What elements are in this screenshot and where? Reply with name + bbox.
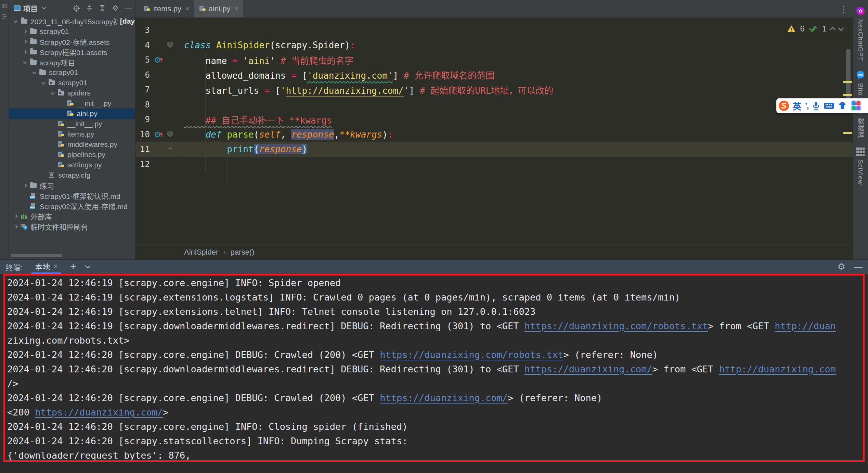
tree-item-item[interactable]: 临时文件和控制台: [9, 221, 135, 232]
chevron-expanded-icon[interactable]: [12, 21, 20, 22]
tool-stripe-item-nexchatgpt[interactable]: ✿NexChatGPT: [856, 6, 865, 61]
code-line-2[interactable]: 2: [135, 18, 853, 23]
line-number[interactable]: 6: [135, 70, 150, 80]
structure-stripe-icon[interactable]: [2, 14, 7, 19]
tree-item-scrapy02-assets[interactable]: Scrapy02-存储.assets: [9, 37, 135, 47]
chevron-collapsed-icon[interactable]: [21, 51, 29, 53]
line-number[interactable]: 11: [135, 144, 150, 154]
line-number[interactable]: 4: [135, 40, 150, 50]
tree-item-2023-11-08-day15scrapy[interactable]: 2023_11_08-day15scrapy初认识 [day: [9, 16, 135, 26]
breadcrumb-class[interactable]: AiniSpider: [184, 248, 218, 257]
tree-item-middlewares-py[interactable]: middlewares.py: [9, 139, 135, 150]
chevron-expanded-icon[interactable]: [21, 62, 29, 63]
fold-region-icon[interactable]: −: [166, 42, 174, 48]
override-method-icon[interactable]: [152, 56, 166, 64]
project-view-selector[interactable]: 项目: [14, 3, 45, 13]
inspection-widget[interactable]: 6 1: [787, 23, 843, 35]
tree-item-scrapy-cfg[interactable]: scrapy.cfg: [9, 170, 135, 180]
code-line-8[interactable]: 8: [135, 97, 853, 112]
chevron-expanded-icon[interactable]: [30, 72, 38, 74]
tree-item-scrapy02-md[interactable]: MDScrapy02深入使用-存储.md: [9, 201, 135, 211]
sogou-logo-icon[interactable]: S: [779, 101, 789, 111]
hide-panel-button[interactable]: —: [125, 4, 132, 12]
skin-icon[interactable]: [838, 102, 847, 110]
tree-item-init-py[interactable]: __init__.py: [9, 119, 135, 129]
terminal-tab-local[interactable]: 本地 ×: [31, 260, 61, 274]
fold-end-icon[interactable]: −: [166, 146, 174, 152]
fold-region-icon[interactable]: −: [166, 131, 174, 137]
tree-item-item[interactable]: 练习: [9, 180, 135, 191]
chevron-collapsed-icon[interactable]: [12, 225, 20, 228]
line-number[interactable]: 12: [135, 159, 150, 169]
chevron-collapsed-icon[interactable]: [12, 215, 20, 218]
terminal-dropdown-icon[interactable]: [85, 263, 90, 269]
tool-stripe-item-bito[interactable]: </>Bito: [856, 70, 865, 96]
locate-file-button[interactable]: [73, 4, 80, 12]
tree-item-init-py[interactable]: __init__.py: [9, 98, 135, 108]
tree-item-scrapy01[interactable]: scrapy01: [9, 78, 135, 88]
virtual-keyboard-icon[interactable]: [824, 102, 834, 110]
new-terminal-button[interactable]: +: [70, 260, 76, 272]
terminal-settings-icon[interactable]: ⚙: [838, 261, 845, 272]
panel-settings-button[interactable]: ⚙: [112, 4, 119, 12]
line-number[interactable]: 5: [135, 55, 150, 65]
tree-item-scrapy01[interactable]: scrapy01: [9, 26, 135, 37]
terminal-log-highlight-box[interactable]: 2024-01-24 12:46:19 [scrapy.core.engine]…: [3, 274, 865, 462]
chevron-collapsed-icon[interactable]: [21, 40, 29, 43]
tree-item-scrapy-01-assets[interactable]: Scrapy框架01.assets: [9, 47, 135, 57]
line-number[interactable]: 10: [135, 130, 150, 139]
expand-selection-button[interactable]: [86, 4, 93, 12]
log-url-link[interactable]: https://duanzixing.com/robots.txt: [524, 321, 708, 331]
tree-item-settings-py[interactable]: settings.py: [9, 160, 135, 170]
log-url-link[interactable]: https://duanzixing.com/robots.txt: [380, 349, 563, 360]
editor-scrollbar-thumb[interactable]: [846, 49, 851, 99]
close-tab-icon[interactable]: ×: [185, 4, 190, 13]
editor-tab-aini-py[interactable]: aini.py×: [194, 0, 243, 17]
log-url-link[interactable]: https://duanzixing.com/: [380, 393, 508, 403]
line-number[interactable]: 3: [135, 25, 150, 35]
code-line-5[interactable]: 5 name = 'aini' # 当前爬虫的名字: [135, 53, 853, 68]
code-line-4[interactable]: 4−class AiniSpider(scrapy.Spider):: [135, 38, 853, 53]
ime-language-toggle[interactable]: 英: [793, 100, 801, 112]
chevron-expanded-icon[interactable]: [49, 92, 57, 94]
breadcrumb-method[interactable]: parse(): [231, 248, 255, 257]
override-method-icon[interactable]: [152, 130, 166, 139]
project-stripe-icon[interactable]: [2, 3, 7, 9]
tree-item-item[interactable]: 外部库: [9, 211, 135, 221]
log-url-link[interactable]: http://duan: [775, 321, 836, 331]
code-line-6[interactable]: 6 allowed_domains = ['duanzixing.com'] #…: [135, 67, 853, 82]
next-problem-icon[interactable]: [838, 25, 844, 31]
collapse-all-button[interactable]: [99, 4, 106, 12]
project-horizontal-scrollbar[interactable]: [11, 254, 62, 257]
code-line-9[interactable]: 9 ## 自己手动补一下 **kwargs: [135, 112, 853, 127]
code-line-7[interactable]: 7 start_urls = ['http://duanzixing.com/'…: [135, 82, 853, 98]
chevron-expanded-icon[interactable]: [39, 82, 48, 84]
line-number[interactable]: 8: [135, 100, 150, 110]
tree-item-items-py[interactable]: items.py: [9, 129, 135, 139]
tree-item-aini-py[interactable]: aini.py: [9, 108, 135, 119]
code-line-10[interactable]: 10− def parse(self, response,**kwargs):: [135, 127, 853, 142]
tree-item-scrapy[interactable]: scrapy项目: [9, 57, 135, 67]
line-number[interactable]: 2: [135, 18, 150, 20]
tree-item-scrapy01-md[interactable]: MDScrapy01-框架初认识.md: [9, 191, 135, 201]
chevron-collapsed-icon[interactable]: [21, 30, 29, 33]
editor-options-kebab-icon[interactable]: ⋮: [839, 4, 848, 15]
tree-item-spiders[interactable]: spiders: [9, 88, 135, 98]
tool-stripe-item-sciview[interactable]: SciView: [856, 147, 865, 185]
microphone-icon[interactable]: [812, 101, 820, 111]
editor-tab-items-py[interactable]: items.py×: [139, 0, 194, 17]
previous-problem-icon[interactable]: [830, 27, 836, 33]
code-line-11[interactable]: 11− print(response): [135, 142, 853, 157]
ime-toolbox-icon[interactable]: [851, 100, 861, 111]
close-terminal-tab-icon[interactable]: ×: [53, 262, 58, 271]
line-number[interactable]: 9: [135, 115, 150, 124]
minimize-terminal-icon[interactable]: —: [854, 262, 863, 272]
tree-item-pipelines-py[interactable]: pipelines.py: [9, 150, 135, 160]
code-area[interactable]: 234−class AiniSpider(scrapy.Spider):5 na…: [135, 18, 853, 244]
chevron-collapsed-icon[interactable]: [21, 184, 29, 187]
log-url-link[interactable]: https://duanzixing.com/: [524, 364, 652, 374]
code-line-12[interactable]: 12: [135, 157, 853, 172]
log-url-link[interactable]: https://duanzixing.com/: [35, 407, 163, 418]
tree-item-scrapy01[interactable]: scrapy01: [9, 67, 135, 78]
ime-punctuation-toggle[interactable]: ’,: [805, 101, 808, 111]
